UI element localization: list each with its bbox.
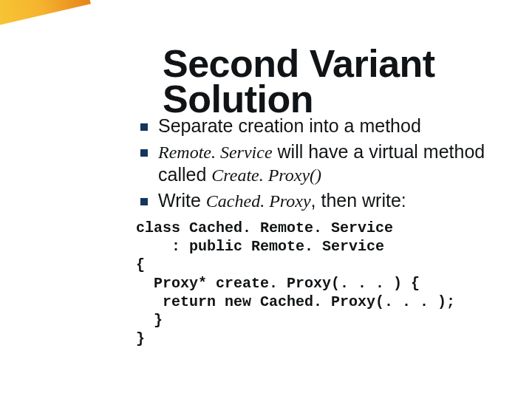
bullet-item: Separate creation into a method: [140, 115, 532, 137]
bullet-text: Remote. Service will have a virtual meth…: [158, 140, 532, 187]
bullet-segment: Separate creation into a method: [158, 115, 421, 136]
code-block: class Cached. Remote. Service : public R…: [136, 219, 532, 348]
bullet-item: Write Cached. Proxy, then write:: [140, 189, 532, 212]
bullet-square-icon: [140, 198, 148, 205]
bullet-segment-italic: Remote. Service: [158, 143, 273, 162]
bullet-text: Separate creation into a method: [158, 115, 421, 137]
slide-body: Second Variant Solution Separate creatio…: [0, 0, 532, 399]
bullet-segment-italic: Cached. Proxy: [206, 191, 311, 211]
bullet-square-icon: [140, 123, 148, 131]
bullet-segment: Write: [158, 190, 206, 211]
bullet-list: Separate creation into a method Remote. …: [140, 115, 532, 348]
bullet-square-icon: [140, 149, 148, 157]
bullet-segment: , then write:: [311, 190, 406, 211]
slide-title: Second Variant Solution: [163, 46, 532, 117]
bullet-text: Write Cached. Proxy, then write:: [158, 189, 406, 212]
bullet-item: Remote. Service will have a virtual meth…: [140, 140, 532, 187]
bullet-segment-italic: Create. Proxy(): [211, 166, 321, 185]
